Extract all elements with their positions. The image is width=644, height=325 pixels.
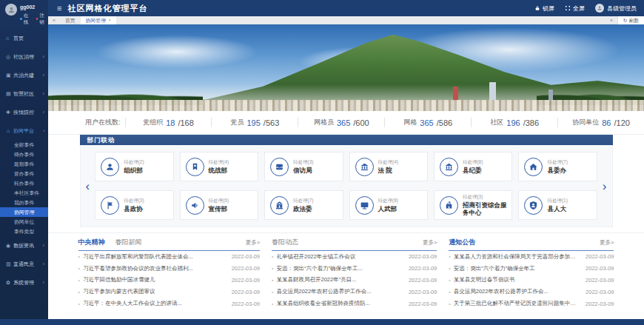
- news-item[interactable]: •某某县财政局召开2022年“亮目...2022-03-09: [272, 275, 437, 287]
- shield-icon: [524, 196, 543, 215]
- sidebar-subitem-my-events[interactable]: 我的事件: [0, 198, 48, 207]
- department-card-xianrenda[interactable]: 待处理(1)县人大: [518, 190, 597, 220]
- department-card-tongzhanbu[interactable]: 待处理(4)统战部: [180, 152, 258, 181]
- sidebar-subitem-todo-events[interactable]: 待办事件: [0, 150, 48, 159]
- news-item[interactable]: •习近平出席解放军和武警部队代表团全体会...2022-03-09: [78, 251, 261, 263]
- refresh-icon: ↻: [623, 16, 628, 24]
- lock-icon: [534, 5, 540, 11]
- data-icon: ◉: [6, 243, 13, 249]
- department-card-xuanchuanbu[interactable]: 待处理(6)宣传部: [180, 190, 258, 220]
- admin-account-button[interactable]: 县级管理员: [595, 4, 637, 13]
- sidebar-subitem-transferred-events[interactable]: 转办事件: [0, 178, 48, 188]
- speaker-icon: [186, 196, 204, 215]
- news-item[interactable]: •习近平参加内蒙古代表团审议2022-03-09: [78, 286, 261, 298]
- castle-icon: [440, 196, 458, 215]
- chevron-left-icon: ‹: [43, 243, 44, 248]
- settings-icon: ✿: [6, 280, 13, 286]
- collapse-tabs-icon[interactable]: «: [48, 18, 60, 23]
- chevron-left-icon: ‹: [43, 280, 44, 285]
- department-card-xianzhengxie[interactable]: 待处理(3)县政协: [95, 190, 173, 220]
- sidebar-item-platform[interactable]: ♨ 协同平台 ‹: [0, 121, 48, 140]
- news-item[interactable]: •关于第三批已化解不动产登记历史遗留问题集中办...2022-03-09: [449, 298, 614, 309]
- tab-local-news[interactable]: 眷阳新闻: [115, 238, 142, 247]
- department-card-zhaoshang[interactable]: 待处理(3)招商引资综合服务中心: [434, 190, 512, 220]
- fullscreen-button[interactable]: 全屏: [565, 4, 585, 13]
- sidebar-item-epidemic[interactable]: ✚ 疫情防控 ‹: [0, 103, 48, 121]
- news-item[interactable]: •某某县组织收看全省新冠肺炎疫情防...2022-03-09: [272, 298, 437, 309]
- news-item[interactable]: •县交运局2022年农村公路养护工作会...2022-03-09: [272, 286, 437, 298]
- sidebar-item-governance[interactable]: ◎ 社区治理 ‹: [0, 47, 48, 66]
- news-item[interactable]: •县交运局2022年农村公路养护工作会...2022-03-09: [449, 286, 614, 298]
- stat-collab-units: 协同单位86/120: [557, 118, 644, 127]
- next-arrow-icon[interactable]: ›: [600, 180, 609, 192]
- column-title-dynamics[interactable]: 眷阳动态: [272, 238, 298, 247]
- sidebar-item-home[interactable]: ⌂ 首页: [0, 29, 48, 47]
- tab-central-spirit[interactable]: 中央精神: [78, 238, 105, 247]
- online-stats-bar: 用户在线数: 党组织18/168 党员195/563 网格员365/600 网格…: [48, 111, 644, 135]
- cobuild-icon: ▣: [6, 73, 13, 78]
- avatar: [595, 4, 604, 13]
- bank-icon: [440, 158, 458, 176]
- more-tabs-icon[interactable]: »: [606, 18, 617, 23]
- news-item[interactable]: •安远：突出“六个着力”确保全年工...2022-03-09: [272, 263, 437, 275]
- news-item[interactable]: •某某县文明过春节倡议书2022-03-09: [449, 275, 614, 287]
- stat-party-org: 党组织18/168: [125, 118, 212, 127]
- platform-icon: ♨: [6, 128, 13, 134]
- tab-collab-management[interactable]: 协同管理 ✕: [81, 16, 117, 24]
- department-card-zuzhibu[interactable]: 待处理(2)组织部: [95, 152, 173, 181]
- inbox-icon: [270, 158, 289, 176]
- epidemic-icon: ✚: [6, 110, 13, 115]
- chevron-left-icon: ‹: [43, 110, 44, 115]
- news-item[interactable]: •习近平：在中央人大工作会议上的讲话...2022-03-09: [78, 298, 261, 309]
- logout-link[interactable]: 注销: [36, 12, 49, 27]
- more-link[interactable]: 更多>: [423, 239, 437, 247]
- close-icon[interactable]: ✕: [108, 16, 112, 24]
- news-item[interactable]: •习近平看望参加政协会议的农业界社会福利...2022-03-09: [78, 263, 261, 275]
- department-card-fayuan[interactable]: 待处理(4)法 院: [349, 152, 428, 181]
- column-title-notices[interactable]: 通知公告: [449, 238, 475, 247]
- prev-arrow-icon[interactable]: ‹: [84, 180, 93, 192]
- sidebar-item-system-settings[interactable]: ✿ 系统管理 ‹: [0, 273, 48, 292]
- more-link[interactable]: 更多>: [600, 239, 614, 247]
- more-link[interactable]: 更多>: [246, 239, 260, 247]
- sidebar-subitem-collab-units[interactable]: 协同单位: [0, 217, 48, 227]
- news-item[interactable]: •某某县人力资源和社会保障局关于完善部分参加企...2022-03-09: [449, 251, 614, 263]
- news-column-notices: 通知公告 更多> •某某县人力资源和社会保障局关于完善部分参加企...2022-…: [449, 238, 614, 309]
- tab-home[interactable]: 首页: [60, 16, 81, 24]
- department-linkage-section: 部门联动 ‹ 待处理(2)组织部 待处理(4)统战部 待处理(3)信访局: [48, 135, 644, 232]
- refresh-button[interactable]: ↻ 刷新: [617, 16, 644, 24]
- department-card-renwubu[interactable]: 待处理(8)人武部: [349, 190, 428, 220]
- user-name: gg002: [20, 4, 48, 12]
- flag-icon: [101, 196, 119, 215]
- sidebar-item-smart-community[interactable]: ▤ 智慧社区 ‹: [0, 84, 48, 103]
- governance-icon: ◎: [6, 54, 13, 60]
- news-item[interactable]: •安远：突出“六个着力”确保全年工2022-03-09: [449, 263, 614, 275]
- department-card-xinfangju[interactable]: 待处理(3)信访局: [264, 152, 343, 181]
- voice-icon: ▥: [6, 261, 13, 267]
- sidebar-item-cobuild[interactable]: ▣ 共治共建 ‹: [0, 66, 48, 84]
- person-icon: [7, 6, 16, 14]
- sidebar-subitem-supervised-events[interactable]: 督办事件: [0, 169, 48, 178]
- sidebar-subitem-all-events[interactable]: 全部事件: [0, 140, 48, 150]
- online-status[interactable]: 在线: [20, 12, 33, 27]
- department-card-xianjiwei[interactable]: 待处理(8)县纪委: [434, 152, 512, 181]
- sidebar-item-data-news[interactable]: ◉ 数据资讯 ‹: [0, 236, 48, 255]
- news-section: 中央精神 眷阳新闻 更多> •习近平出席解放军和武警部队代表团全体会...202…: [48, 232, 644, 319]
- chevron-left-icon: ‹: [43, 54, 44, 59]
- news-item[interactable]: •礼辛镇召开2022年全镇工作会议2022-03-09: [272, 251, 437, 263]
- department-card-xianweiban[interactable]: 待处理(7)县委办: [518, 152, 597, 181]
- lock-screen-button[interactable]: 锁屏: [534, 4, 554, 13]
- sidebar-subitem-delayed-events[interactable]: 延期事件: [0, 159, 48, 169]
- stat-grid-workers: 网格员365/600: [298, 118, 384, 127]
- sidebar-subitem-event-types[interactable]: 事件类型: [0, 227, 48, 236]
- news-item[interactable]: •习近平回信勉励中国冰雪健儿2022-03-09: [78, 275, 261, 287]
- sidebar-subitem-collab-management[interactable]: 协同管理: [0, 207, 48, 217]
- stats-prefix: 用户在线数:: [85, 118, 121, 127]
- sidebar-item-public-voice[interactable]: ▥ 直通民意 ‹: [0, 255, 48, 273]
- department-card-zhengfawei[interactable]: 待处理(7)政法委: [264, 190, 343, 220]
- hero-banner-image: [48, 24, 644, 111]
- user-avatar[interactable]: [5, 4, 17, 16]
- hamburger-icon[interactable]: ≡: [57, 4, 61, 13]
- online-dot-icon: [20, 18, 22, 20]
- sidebar-subitem-community-events[interactable]: 本社区事件: [0, 188, 48, 198]
